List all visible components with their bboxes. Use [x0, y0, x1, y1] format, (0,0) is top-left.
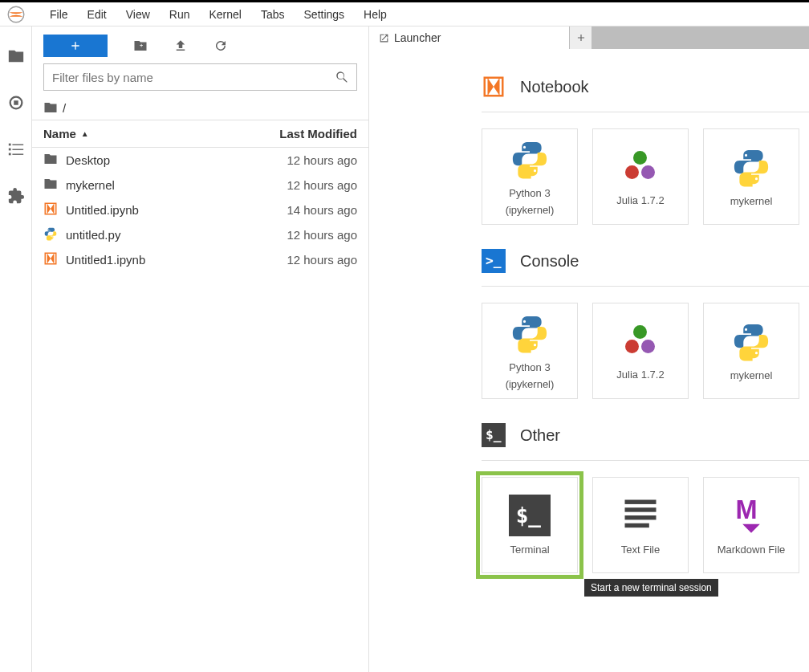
upload-icon[interactable]	[173, 39, 188, 53]
folder-icon	[43, 177, 66, 193]
refresh-icon[interactable]	[213, 39, 228, 53]
header-name[interactable]: Name ▲	[43, 127, 245, 141]
menu-tabs[interactable]: Tabs	[251, 5, 295, 24]
svg-rect-3	[8, 144, 10, 146]
launcher-card[interactable]: mykernel	[703, 303, 799, 399]
content-area: Launcher Notebook Python 3(ipykernel)Jul…	[369, 26, 809, 672]
card-label: Python 3	[509, 361, 550, 373]
folder-icon[interactable]	[7, 47, 25, 65]
file-modified: 12 hours ago	[245, 228, 357, 242]
menu-run[interactable]: Run	[160, 5, 200, 24]
card-sublabel: (ipykernel)	[506, 204, 555, 216]
terminal-icon: $_	[509, 495, 551, 539]
launcher-card[interactable]: Julia 1.7.2	[592, 303, 689, 399]
console-icon: >_	[482, 249, 506, 273]
file-name: untitled.py	[66, 228, 245, 242]
tabbar: Launcher	[369, 26, 809, 49]
filter-input[interactable]	[43, 63, 357, 91]
file-name: Desktop	[66, 153, 245, 167]
file-browser-toolbar	[32, 26, 368, 63]
new-launcher-button[interactable]	[43, 35, 108, 57]
svg-text:>_: >_	[486, 253, 502, 268]
tab-add-button[interactable]	[570, 26, 592, 49]
folder-icon	[43, 100, 58, 115]
menu-kernel[interactable]: Kernel	[199, 5, 250, 24]
section-title: Console	[520, 252, 579, 271]
launcher-card[interactable]: Python 3(ipykernel)	[482, 128, 578, 225]
file-modified: 12 hours ago	[245, 253, 357, 267]
breadcrumb[interactable]: /	[32, 96, 368, 120]
search-icon	[335, 70, 349, 84]
launch-icon	[379, 33, 389, 43]
file-row[interactable]: mykernel12 hours ago	[32, 173, 368, 198]
folder-icon	[43, 152, 66, 169]
card-label: Text File	[621, 544, 660, 556]
card-label: Markdown File	[718, 544, 786, 556]
python-icon	[509, 312, 551, 356]
file-modified: 12 hours ago	[245, 178, 357, 192]
svg-rect-4	[12, 145, 23, 145]
tab-label: Launcher	[394, 31, 441, 44]
jupyter-logo-icon	[5, 3, 27, 26]
breadcrumb-root: /	[63, 101, 66, 115]
launcher-card[interactable]: MMarkdown File	[703, 477, 799, 573]
plus-icon	[575, 32, 587, 43]
svg-rect-7	[8, 153, 10, 156]
julia-icon	[620, 322, 661, 364]
running-icon[interactable]	[7, 94, 25, 112]
launcher-card[interactable]: Text File	[592, 477, 689, 573]
svg-rect-21	[625, 523, 649, 527]
svg-rect-2	[14, 100, 18, 105]
menu-view[interactable]: View	[116, 5, 160, 24]
menu-file[interactable]: File	[40, 5, 78, 24]
python-icon	[730, 320, 772, 365]
notebook-icon	[482, 75, 506, 99]
header-modified[interactable]: Last Modified	[245, 127, 357, 141]
menu-help[interactable]: Help	[354, 5, 396, 24]
file-name: Untitled1.ipynb	[66, 253, 245, 267]
python-icon	[43, 226, 66, 243]
python-icon	[730, 146, 772, 190]
menu-edit[interactable]: Edit	[78, 5, 116, 24]
launcher-body: Notebook Python 3(ipykernel)Julia 1.7.2m…	[369, 49, 809, 672]
file-row[interactable]: Untitled1.ipynb12 hours ago	[32, 247, 368, 272]
tab-launcher[interactable]: Launcher	[369, 26, 570, 49]
markdown-icon: M	[730, 495, 772, 539]
sort-indicator-icon: ▲	[81, 129, 89, 138]
file-row[interactable]: Untitled.ipynb14 hours ago	[32, 198, 368, 222]
svg-rect-5	[8, 149, 10, 151]
svg-rect-18	[625, 500, 657, 504]
terminal-tooltip: Start a new terminal session	[584, 579, 718, 597]
filter-wrap	[32, 63, 368, 96]
card-label: Julia 1.7.2	[616, 194, 664, 206]
notebook-icon	[43, 202, 66, 218]
file-modified: 12 hours ago	[245, 153, 357, 167]
launcher-card[interactable]: mykernel	[703, 128, 799, 225]
card-label: mykernel	[730, 369, 773, 381]
launcher-card[interactable]: Julia 1.7.2	[592, 128, 689, 225]
file-list: Desktop12 hours agomykernel12 hours agoU…	[32, 148, 368, 272]
section-notebook: Notebook Python 3(ipykernel)Julia 1.7.2m…	[482, 75, 809, 225]
file-name: Untitled.ipynb	[66, 203, 245, 217]
launcher-card[interactable]: $_Terminal	[482, 477, 578, 573]
card-label: Julia 1.7.2	[616, 369, 664, 381]
launcher-card[interactable]: Python 3(ipykernel)	[482, 303, 578, 399]
file-name: mykernel	[66, 178, 245, 192]
svg-rect-6	[12, 149, 23, 150]
extension-icon[interactable]	[7, 187, 25, 205]
section-title: Notebook	[520, 78, 589, 96]
file-modified: 14 hours ago	[245, 203, 357, 217]
card-sublabel: (ipykernel)	[506, 378, 555, 390]
file-row[interactable]: untitled.py12 hours ago	[32, 222, 368, 247]
file-row[interactable]: Desktop12 hours ago	[32, 148, 368, 173]
file-browser: / Name ▲ Last Modified Desktop12 hours a…	[32, 26, 369, 672]
card-label: Terminal	[510, 544, 549, 556]
svg-rect-19	[625, 507, 657, 511]
new-folder-icon[interactable]	[133, 39, 148, 53]
toc-icon[interactable]	[7, 141, 25, 158]
terminal-icon: $_	[482, 423, 506, 447]
menu-settings[interactable]: Settings	[295, 5, 355, 24]
activity-bar	[0, 26, 32, 672]
svg-text:M: M	[736, 495, 758, 524]
svg-point-0	[8, 6, 24, 22]
